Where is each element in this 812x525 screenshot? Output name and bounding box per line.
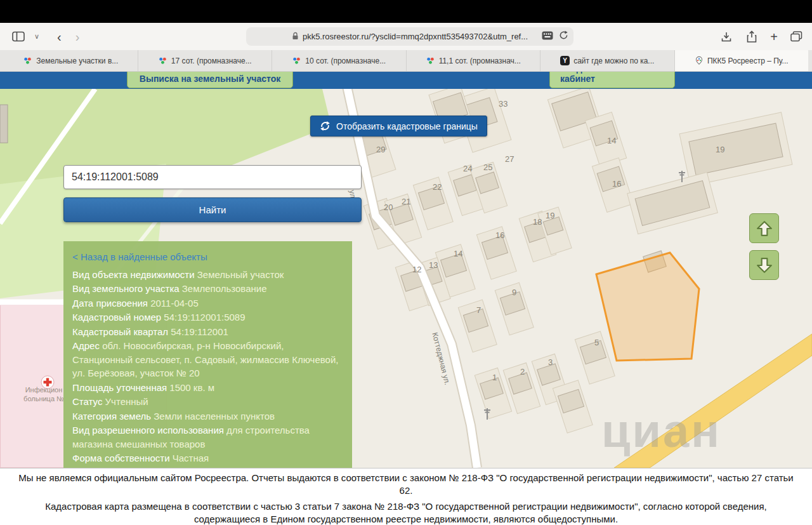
- parcel-number: 12: [412, 265, 421, 274]
- tab-10-sot[interactable]: 10 сот. (промназначе...: [272, 50, 407, 71]
- parcel-number: 33: [499, 99, 508, 109]
- refresh-icon: [320, 121, 331, 131]
- screen: ∨ ‹ › pkk5.rosreestor.ru/?ysclid=mmq2dpx…: [0, 0, 812, 525]
- parcel-number: 2: [520, 367, 525, 376]
- info-row: Вид разрешенного использования для строи…: [72, 423, 343, 451]
- pan-down-button[interactable]: [749, 250, 779, 280]
- info-row: Кадастровый квартал 54:19:112001: [72, 325, 343, 339]
- tab-title: Земельные участки в...: [36, 56, 118, 65]
- parcel-number: 25: [483, 163, 492, 172]
- tab-bar: Земельные участки в... 17 сот. (промназн…: [0, 50, 812, 72]
- login-button[interactable]: Вход в личный кабинет: [549, 72, 675, 88]
- info-row: Вид объекта недвижимости Земельный участ…: [72, 268, 343, 282]
- back-to-results-link[interactable]: < Назад в найденные объекты: [72, 250, 343, 264]
- statement-button[interactable]: Выписка на земельный участок: [127, 72, 293, 88]
- info-row: Дата присвоения 2011-04-05: [72, 296, 343, 310]
- tab-zemelnye-uchastki[interactable]: Земельные участки в...: [4, 50, 138, 71]
- tab-title: ПКК5 Росреестр – Пу...: [707, 56, 789, 65]
- parcel-number: 16: [495, 230, 504, 240]
- footer-line-1: Мы не являемся официальным сайтом Росрее…: [0, 469, 812, 497]
- info-row: Кадастровый номер 54:19:112001:5089: [72, 310, 343, 324]
- browser-toolbar: ∨ ‹ › pkk5.rosreestor.ru/?ysclid=mmq2dpx…: [0, 23, 812, 51]
- parcel-number: 14: [454, 249, 462, 258]
- tab-11-1-sot[interactable]: 11,1 сот. (промназнач...: [407, 50, 541, 71]
- parcel-number: 29: [376, 145, 385, 154]
- parcel-number: 21: [402, 197, 410, 206]
- tab-title: 11,1 сот. (промназнач...: [439, 56, 521, 65]
- lock-icon: [292, 31, 299, 43]
- yandex-favicon: Y: [560, 56, 570, 65]
- parcel-number: 3: [548, 357, 553, 367]
- parcel-number: 18: [533, 217, 542, 227]
- info-row: Площадь уточненная 1500 кв. м: [72, 381, 343, 395]
- parcel-number: 20: [384, 203, 393, 212]
- reload-icon[interactable]: [559, 30, 568, 43]
- tab-yandex-search[interactable]: Y сайт где можно по ка...: [540, 50, 675, 71]
- map-pin-favicon: [695, 56, 704, 65]
- chevron-down-icon[interactable]: ∨: [34, 33, 39, 40]
- site-header: Выписка на земельный участок Вход в личн…: [0, 72, 812, 89]
- show-boundaries-button[interactable]: Отобразить кадастровые границы: [310, 116, 487, 136]
- info-row: Статус Учтенный: [72, 395, 343, 409]
- cian-watermark: циан: [601, 404, 721, 458]
- cadastral-search-input[interactable]: [63, 165, 362, 189]
- parcel-number: 14: [607, 136, 616, 145]
- address-bar[interactable]: pkk5.rosreestor.ru/?ysclid=mmq2dpxntt535…: [246, 27, 573, 46]
- forward-icon[interactable]: ›: [75, 30, 80, 43]
- tab-overview-icon[interactable]: [789, 30, 803, 44]
- parcel-number: 19: [546, 211, 554, 220]
- parcel-number: 7: [476, 305, 481, 315]
- info-row: Категория земель Земли населенных пункто…: [72, 409, 343, 423]
- share-icon[interactable]: [745, 30, 759, 44]
- sidebar-icon[interactable]: [11, 30, 25, 44]
- selected-parcel[interactable]: [596, 253, 699, 361]
- tab-pkk5-rosreestr[interactable]: ПКК5 Росреестр – Пу...: [675, 50, 809, 71]
- tab-title: 10 сот. (промназначе...: [305, 56, 386, 65]
- parcel-info-panel: < Назад в найденные объекты Вид объекта …: [63, 241, 352, 468]
- top-black-bar: [0, 0, 812, 23]
- parcel-number: 16: [612, 179, 621, 189]
- cian-favicon: [23, 56, 32, 65]
- footer-line-2: Кадастровая карта размещена в соответств…: [0, 497, 812, 525]
- info-row: Форма собственности Частная: [72, 451, 343, 465]
- arrow-down-icon: [756, 257, 773, 274]
- cian-favicon: [158, 56, 167, 65]
- info-row: Вид земельного участка Землепользование: [72, 282, 343, 296]
- pan-up-button[interactable]: [749, 213, 779, 243]
- url-text: pkk5.rosreestor.ru/?ysclid=mmq2dpxntt535…: [303, 32, 528, 41]
- cian-favicon: [292, 56, 301, 65]
- cian-favicon: [426, 56, 435, 65]
- parcel-number: 19: [716, 145, 724, 154]
- tab-17-sot[interactable]: 17 сот. (промназначе...: [138, 50, 273, 71]
- parcel-number: 27: [505, 154, 514, 164]
- show-boundaries-label: Отобразить кадастровые границы: [336, 121, 478, 131]
- parcel-number: 24: [463, 164, 472, 173]
- find-button[interactable]: Найти: [63, 197, 362, 222]
- downloads-icon[interactable]: [719, 30, 733, 44]
- parcel-number: 22: [433, 182, 442, 192]
- back-icon[interactable]: ‹: [57, 30, 62, 43]
- parcel-number: 5: [594, 338, 599, 347]
- footer: Мы не являемся официальным сайтом Росрее…: [0, 468, 812, 525]
- info-row: Адрес обл. Новосибирская, р-н Новосибирс…: [72, 339, 343, 380]
- parcel-number: 13: [429, 260, 438, 270]
- parcel-number: 9: [512, 288, 516, 297]
- tab-title: сайт где можно по ка...: [573, 56, 654, 65]
- tab-title: 17 сот. (промназначе...: [171, 56, 252, 65]
- parcel-number: 1: [492, 373, 497, 382]
- page-tools-icon[interactable]: [542, 31, 553, 43]
- arrow-up-icon: [756, 220, 773, 237]
- new-tab-icon[interactable]: +: [770, 30, 778, 43]
